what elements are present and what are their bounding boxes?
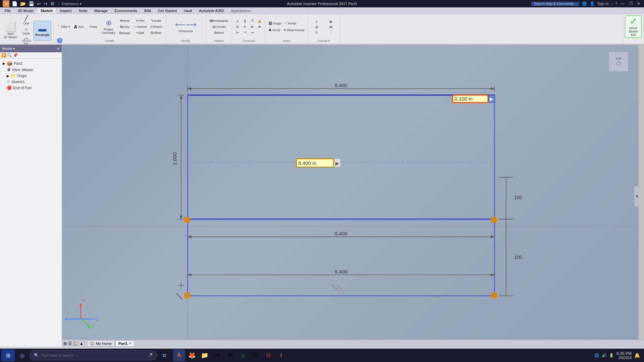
tree-item-view-master[interactable]: 🖥 View: Master xyxy=(1,67,60,73)
maximize-btn[interactable]: ❐ xyxy=(628,1,633,6)
app-store[interactable]: 🛍 xyxy=(211,349,223,361)
constrain-p-btn[interactable]: ⊢ xyxy=(234,30,241,35)
task-view-btn[interactable]: ⧉ xyxy=(158,349,171,361)
tab-sketch[interactable]: Sketch xyxy=(37,8,56,13)
tab-bim[interactable]: BIM xyxy=(141,8,154,13)
constrain-c-btn[interactable]: ⊙ xyxy=(234,24,241,29)
tab-get-started[interactable]: Get Started xyxy=(155,8,180,13)
constrain-v-btn[interactable]: ∥ xyxy=(241,18,248,23)
app-firefox[interactable]: 🦊 xyxy=(186,349,198,361)
doc-tab-part1[interactable]: Part1 ✕ xyxy=(115,341,135,347)
panel-close-btn[interactable]: ✕ xyxy=(57,47,60,51)
tree-item-end-of-part[interactable]: 🔴 End of Part xyxy=(1,85,60,91)
show-format-btn[interactable]: ≡ Show Format xyxy=(282,27,306,33)
start-2d-sketch-btn[interactable]: ⬜ Start2D Sketch xyxy=(2,21,19,41)
mirror-btn[interactable]: ⧖ Mirror xyxy=(208,30,230,36)
point-btn[interactable]: · Point xyxy=(86,24,100,29)
rectangle-btn[interactable]: ▬ Rectangle xyxy=(34,21,51,41)
undo-btn[interactable]: ↩ xyxy=(36,1,42,7)
close-btn[interactable]: ✕ xyxy=(636,1,641,6)
tab-file[interactable]: File xyxy=(1,8,14,13)
constrain-sym-btn[interactable]: ⊳ xyxy=(256,24,263,29)
mic-icon[interactable]: 🎤 xyxy=(148,353,153,358)
tree-item-origin[interactable]: ▶ 📁 Origin xyxy=(1,73,60,79)
tab-arrow-up[interactable]: ▲ xyxy=(79,341,84,346)
tree-item-part1[interactable]: ▶ 📦 Part1 xyxy=(1,60,60,67)
app-explorer[interactable]: 📁 xyxy=(199,349,211,361)
panel-header[interactable]: Model ▾ ✕ xyxy=(0,45,62,52)
panel-collapse-btn[interactable]: ◀ xyxy=(634,186,639,206)
volume-icon[interactable]: 🔊 xyxy=(602,353,606,358)
tree-item-sketch1[interactable]: ✏ Sketch1 xyxy=(1,79,60,85)
trim-btn[interactable]: ✂ Trim xyxy=(132,18,148,23)
format-btn2[interactable]: ⊕ xyxy=(324,19,337,24)
copy-btn[interactable]: ⧉ Copy xyxy=(118,24,132,30)
tab-list-icon[interactable]: ☰ xyxy=(68,341,72,346)
tab-grid-icon[interactable]: ⊞ xyxy=(63,341,67,346)
extend-btn[interactable]: ↔ Extend xyxy=(132,24,148,29)
tab-3d-model[interactable]: 3D Model xyxy=(14,8,37,13)
notification-btn[interactable]: 🔔 xyxy=(634,353,640,358)
taskbar-search-box[interactable]: 🔍 🎤 xyxy=(30,350,157,360)
tab-appearance[interactable]: Appearance xyxy=(227,8,254,13)
app-mail[interactable]: ✉ xyxy=(224,349,236,361)
app-misc2[interactable]: N xyxy=(262,349,274,361)
tab-tools[interactable]: Tools xyxy=(75,8,91,13)
constrain-eq-btn[interactable]: ⊸ xyxy=(249,30,256,35)
redo-btn[interactable]: ↪ xyxy=(43,1,49,7)
move-btn[interactable]: ✛ Move xyxy=(118,18,132,23)
more-qa-btn[interactable]: ⚙ xyxy=(49,1,56,7)
circular-btn[interactable]: ◎ Circular xyxy=(208,24,230,29)
tab-vault[interactable]: Vault xyxy=(180,8,195,13)
format-btn4[interactable]: ⋊ xyxy=(324,25,337,29)
constrain-e-btn[interactable]: ≡ xyxy=(241,24,248,29)
stretch-btn[interactable]: ⤢ Stretch xyxy=(149,24,164,29)
points-btn[interactable]: ⁙ Points xyxy=(283,20,298,26)
sign-in-btn[interactable]: Sign In xyxy=(597,2,609,6)
finish-sketch-btn[interactable]: ✓ FinishSketchExit xyxy=(625,15,642,38)
line-btn[interactable]: ╱ Line xyxy=(19,15,33,26)
nav-cube[interactable]: TOP ⬡ xyxy=(608,52,629,72)
dimension-btn[interactable]: ⟵⟶ Dimension xyxy=(174,17,198,37)
rectangular-btn[interactable]: ⊞ Rectangular xyxy=(208,18,230,23)
search-help-box[interactable]: Search Help & Commands... xyxy=(531,2,579,6)
constrain-h-btn[interactable]: ⊥ xyxy=(234,18,241,23)
tab-environments[interactable]: Environments xyxy=(111,8,141,13)
start-btn[interactable]: ⊞ xyxy=(1,349,15,361)
taskbar-search-input[interactable] xyxy=(41,353,146,357)
canvas-area[interactable]: 8.400 2.000 8.400 8.400 .100 .100 xyxy=(62,45,639,347)
offset-btn[interactable]: ⊡ Offset xyxy=(149,30,164,36)
format-btn5[interactable]: ◇ xyxy=(310,30,323,34)
image-btn[interactable]: 🖼 Image xyxy=(267,20,282,26)
new-btn[interactable]: 📄 xyxy=(11,1,18,7)
part1-tab-close[interactable]: ✕ xyxy=(129,342,131,345)
circle-btn[interactable]: ○ Circle xyxy=(19,26,33,36)
format-btn6[interactable]: ⋮ xyxy=(324,30,337,34)
constrain-t-btn[interactable]: ⊤ xyxy=(249,18,256,23)
app-misc3[interactable]: I xyxy=(275,349,287,361)
constrain-co-btn[interactable]: ⊣ xyxy=(241,30,248,35)
constrain-fix-btn[interactable]: ⊳ xyxy=(249,24,256,29)
tab-autodesk-a360[interactable]: Autodesk A360 xyxy=(196,8,227,13)
constrain-lock-btn[interactable]: 🔒 xyxy=(256,18,263,23)
format-btn3[interactable]: ⊘ xyxy=(310,25,323,29)
app-misc1[interactable]: ☰ xyxy=(250,349,262,361)
split-btn[interactable]: ⌁ Split xyxy=(132,30,148,36)
open-btn[interactable]: 📂 xyxy=(19,1,27,7)
acad-btn[interactable]: A ACAD xyxy=(267,27,282,33)
help-btn[interactable]: ? xyxy=(615,2,617,6)
project-geometry-btn[interactable]: ⊕ ProjectGeometry xyxy=(100,17,117,37)
tab-home-btn[interactable]: 🏠 xyxy=(73,341,78,346)
app-inventor[interactable]: A xyxy=(173,349,185,361)
format-btn1[interactable]: ⌗ xyxy=(310,19,323,24)
doc-tab-my-home[interactable]: 🏠 My Home xyxy=(87,340,115,347)
search-btn[interactable]: ◎ xyxy=(15,349,29,361)
save-btn[interactable]: 💾 xyxy=(28,1,35,7)
scale-btn[interactable]: ⤡ Scale xyxy=(149,18,164,23)
rotate-btn[interactable]: ↻ Rotate xyxy=(118,30,132,36)
tab-inspect[interactable]: Inspect xyxy=(56,8,75,13)
panel-help-icon[interactable]: ? xyxy=(57,38,62,43)
fillet-btn[interactable]: ⌒ Fillet ▾ xyxy=(56,23,71,30)
clock[interactable]: 6:35 PM 2/6/2018 xyxy=(616,351,632,360)
app-spotify[interactable]: ♫ xyxy=(237,349,249,361)
